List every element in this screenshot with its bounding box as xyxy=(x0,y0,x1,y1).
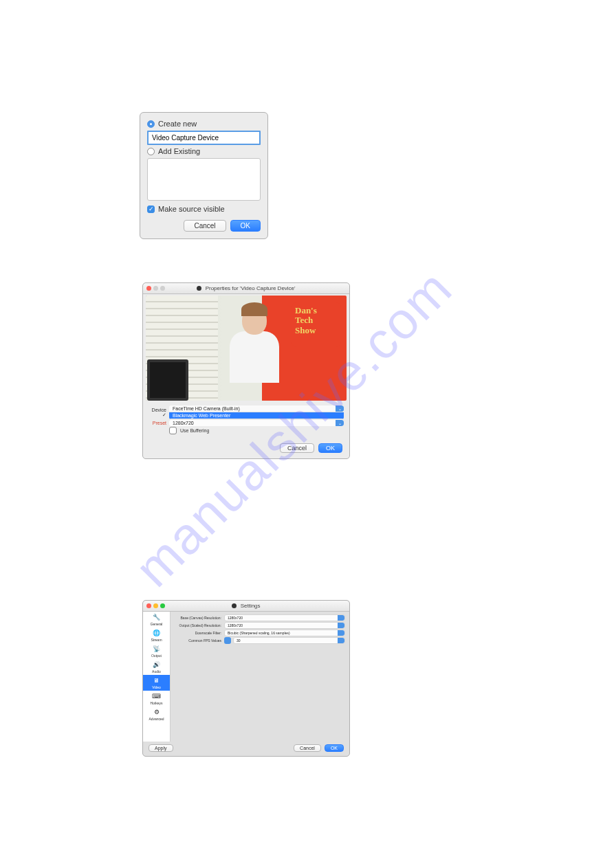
close-icon[interactable] xyxy=(146,286,151,291)
close-icon[interactable] xyxy=(146,603,151,608)
sidebar-item-stream[interactable]: 🌐 Stream xyxy=(143,627,170,643)
speaker-icon: 🔊 xyxy=(153,660,161,669)
base-resolution-label: Base (Canvas) Resolution: xyxy=(175,616,224,620)
globe-icon: 🌐 xyxy=(153,629,161,637)
settings-dialog: Settings 🔧 General 🌐 Stream 📡 Output 🔊 A… xyxy=(142,600,350,757)
output-resolution-dropdown[interactable]: 1280x720 xyxy=(224,622,345,629)
ok-button[interactable]: OK xyxy=(325,744,344,752)
gears-icon: ⚙ xyxy=(153,708,161,716)
radio-selected-icon xyxy=(147,120,155,128)
wrench-icon: 🔧 xyxy=(153,613,161,621)
preset-dropdown[interactable]: 1280x720 ⌄ xyxy=(169,420,344,426)
radio-unselected-icon xyxy=(147,148,155,155)
settings-sidebar: 🔧 General 🌐 Stream 📡 Output 🔊 Audio 🖥 Vi… xyxy=(143,612,171,742)
device-option-facetime[interactable]: FaceTime HD Camera (Built-in) ⌄ xyxy=(169,405,344,412)
ok-button[interactable]: OK xyxy=(318,443,342,453)
add-existing-label: Add Existing xyxy=(158,147,200,155)
checkbox-empty-icon xyxy=(169,427,177,434)
maximize-icon[interactable] xyxy=(160,603,165,608)
sidebar-item-advanced[interactable]: ⚙ Advanced xyxy=(143,706,170,722)
properties-dialog: Properties for 'Video Capture Device' Da… xyxy=(142,282,350,459)
gear-icon xyxy=(197,286,201,291)
chevron-icon: ⌄ xyxy=(336,420,344,426)
device-label: Device ✓ xyxy=(149,408,169,418)
monitor-icon: 🖥 xyxy=(153,676,161,685)
ok-button[interactable]: OK xyxy=(230,220,261,232)
device-dropdown[interactable]: FaceTime HD Camera (Built-in) ⌄ Blackmag… xyxy=(169,405,344,419)
buffering-label: Use Buffering xyxy=(180,428,209,433)
broadcast-icon: 📡 xyxy=(153,645,161,653)
maximize-icon[interactable] xyxy=(160,286,165,291)
device-option-blackmagic[interactable]: Blackmagic Web Presenter xyxy=(169,412,344,419)
video-preview: Dan's Tech Show xyxy=(146,296,347,401)
fps-dropdown[interactable]: 30 xyxy=(233,637,345,644)
create-new-radio[interactable]: Create new xyxy=(147,120,261,128)
sidebar-item-video[interactable]: 🖥 Video xyxy=(143,675,170,691)
dialog-title: Properties for 'Video Capture Device' xyxy=(143,285,349,291)
dialog-title: Settings xyxy=(143,603,349,609)
apply-button[interactable]: Apply xyxy=(149,744,173,752)
gear-icon xyxy=(232,603,237,608)
chevron-icon xyxy=(338,630,344,636)
downscale-filter-label: Downscale Filter: xyxy=(175,631,224,635)
sidebar-item-output[interactable]: 📡 Output xyxy=(143,643,170,659)
make-visible-label: Make source visible xyxy=(158,205,225,213)
cancel-button[interactable]: Cancel xyxy=(184,220,226,232)
sidebar-item-audio[interactable]: 🔊 Audio xyxy=(143,659,170,675)
keyboard-icon: ⌨ xyxy=(153,692,161,700)
minimize-icon[interactable] xyxy=(153,603,158,608)
preset-label: Preset xyxy=(149,421,169,425)
chevron-icon: ⌄ xyxy=(336,405,344,412)
titlebar[interactable]: Settings xyxy=(143,601,349,612)
checkbox-checked-icon: ✓ xyxy=(147,205,155,213)
titlebar[interactable]: Properties for 'Video Capture Device' xyxy=(143,283,349,294)
source-name-input[interactable] xyxy=(147,131,261,145)
chevron-icon xyxy=(338,638,344,643)
chevron-icon xyxy=(338,623,344,628)
create-source-dialog: Create new Add Existing ✓ Make source vi… xyxy=(140,112,268,239)
chevron-icon xyxy=(338,615,344,621)
add-existing-radio[interactable]: Add Existing xyxy=(147,147,261,155)
create-new-label: Create new xyxy=(158,120,197,128)
minimize-icon[interactable] xyxy=(153,286,158,291)
downscale-filter-dropdown[interactable]: Bicubic (Sharpened scaling, 16 samples) xyxy=(224,630,345,636)
base-resolution-dropdown[interactable]: 1280x720 xyxy=(224,614,345,621)
cancel-button[interactable]: Cancel xyxy=(294,744,321,752)
preset-value[interactable]: 1280x720 ⌄ xyxy=(169,420,344,426)
person-figure xyxy=(222,306,286,401)
output-resolution-label: Output (Scaled) Resolution: xyxy=(175,623,224,627)
sidebar-item-general[interactable]: 🔧 General xyxy=(143,612,170,627)
sidebar-item-hotkeys[interactable]: ⌨ Hotkeys xyxy=(143,691,170,706)
fps-dropdown-icon[interactable] xyxy=(224,637,231,644)
cancel-button[interactable]: Cancel xyxy=(280,443,314,453)
fps-label: Common FPS Values xyxy=(175,638,224,643)
make-visible-checkbox[interactable]: ✓ Make source visible xyxy=(147,205,261,213)
show-sign: Dan's Tech Show xyxy=(292,302,341,347)
background-monitor xyxy=(147,359,188,401)
existing-sources-list[interactable] xyxy=(147,158,261,201)
use-buffering-checkbox[interactable]: Use Buffering xyxy=(169,427,209,434)
